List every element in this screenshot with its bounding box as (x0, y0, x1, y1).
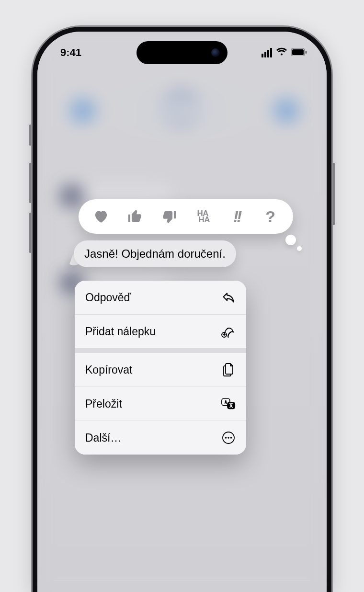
blurred-avatar (58, 183, 85, 210)
emphasis-text: !! (233, 207, 240, 226)
menu-separator (75, 348, 246, 353)
sticker-icon (221, 324, 236, 339)
silent-switch (29, 125, 32, 146)
status-time: 9:41 (60, 46, 81, 59)
iphone-frame: 9:41 (33, 27, 331, 592)
wifi-icon (276, 46, 287, 59)
tapback-bar: HA HA !! ? (79, 199, 293, 234)
menu-reply[interactable]: Odpověď (75, 281, 246, 314)
svg-point-9 (230, 437, 232, 439)
translate-icon (221, 397, 236, 411)
message-text: Jasně! Objednám doručení. (84, 247, 226, 260)
menu-translate-label: Přeložit (85, 398, 122, 410)
menu-copy[interactable]: Kopírovat (75, 353, 246, 387)
tapback-tail (297, 246, 302, 251)
menu-add-sticker[interactable]: Přidat nálepku (75, 314, 246, 348)
tapback-thumbs-down[interactable] (156, 203, 182, 230)
copy-icon (221, 363, 236, 377)
tapback-question[interactable]: ? (257, 203, 284, 230)
tapback-haha[interactable]: HA HA (189, 203, 216, 230)
svg-point-8 (228, 437, 229, 439)
tapback-heart[interactable] (88, 203, 114, 230)
haha-text-bottom: HA (199, 216, 210, 223)
volume-up-button (29, 163, 32, 203)
reply-icon (221, 290, 236, 305)
battery-icon (291, 46, 307, 59)
focused-message[interactable]: Jasně! Objednám doručení. (74, 240, 236, 267)
screen: 9:41 (37, 32, 327, 592)
context-menu: Odpověď Přidat nálepku (75, 281, 246, 455)
menu-more[interactable]: Další… (75, 421, 246, 455)
menu-translate[interactable]: Přeložit (75, 387, 246, 421)
tapback-tail (285, 235, 296, 245)
svg-rect-2 (306, 51, 307, 54)
tapback-thumbs-up[interactable] (122, 203, 148, 230)
more-icon (221, 431, 236, 445)
menu-add-sticker-label: Přidat nálepku (85, 325, 156, 338)
menu-more-label: Další… (85, 432, 121, 444)
menu-reply-label: Odpověď (85, 291, 131, 304)
tapback-emphasis[interactable]: !! (223, 203, 250, 230)
question-text: ? (265, 207, 275, 226)
status-bar: 9:41 (37, 42, 327, 63)
status-right (262, 46, 307, 59)
cellular-icon (262, 48, 272, 57)
volume-down-button (29, 213, 32, 253)
svg-rect-1 (292, 49, 304, 55)
menu-copy-label: Kopírovat (85, 364, 132, 376)
power-button (332, 163, 335, 225)
svg-point-7 (225, 437, 227, 439)
